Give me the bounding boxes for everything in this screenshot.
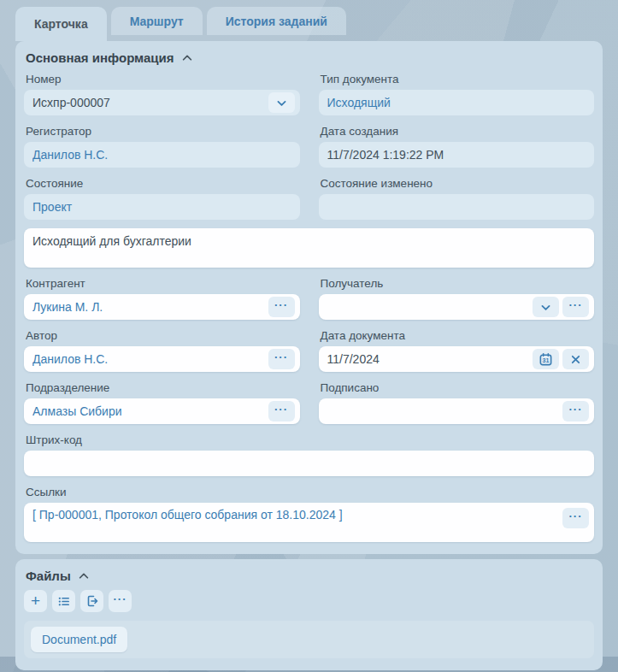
export-file-button[interactable]: [80, 590, 103, 612]
recipient-lookup-button[interactable]: ···: [562, 297, 589, 317]
tab-task-history[interactable]: История заданий: [207, 7, 346, 35]
ellipsis-icon: ···: [569, 404, 583, 420]
recipient-field[interactable]: ···: [319, 294, 595, 320]
signed-lookup-button[interactable]: ···: [562, 401, 589, 421]
department-lookup-button[interactable]: ···: [268, 401, 295, 421]
links-value: [ Пр-000001, Протокол общего собрания от…: [32, 508, 559, 522]
add-file-button[interactable]: +: [24, 590, 47, 612]
calendar-picker-button[interactable]: 31: [533, 349, 559, 369]
signed-label: Подписано: [319, 379, 595, 398]
file-list: Document.pdf: [24, 621, 594, 658]
registrar-value: Данилов Н.С.: [32, 148, 295, 162]
counterparty-lookup-button[interactable]: ···: [268, 297, 295, 317]
department-value: Алмазы Сибири: [32, 404, 265, 418]
created-date-value: 11/7/2024 1:19:22 PM: [327, 148, 590, 162]
export-icon: [85, 594, 99, 608]
chevron-down-icon: [276, 97, 287, 109]
counterparty-field[interactable]: Лукина М. Л. ···: [24, 294, 300, 320]
document-date-label: Дата документа: [319, 327, 595, 346]
ellipsis-icon: ···: [274, 404, 288, 420]
links-lookup-button[interactable]: ···: [562, 508, 589, 528]
list-icon: [57, 595, 70, 608]
author-value: Данилов Н.С.: [32, 352, 265, 366]
department-field[interactable]: Алмазы Сибири ···: [24, 398, 300, 424]
signed-field[interactable]: ···: [319, 398, 595, 424]
number-dropdown-button[interactable]: [268, 92, 295, 113]
close-icon: [570, 354, 581, 365]
doc-type-label: Тип документа: [319, 70, 595, 90]
document-date-clear-button[interactable]: [562, 349, 589, 369]
registrar-field[interactable]: Данилов Н.С.: [24, 142, 300, 168]
number-label: Номер: [24, 70, 300, 90]
state-field[interactable]: Проект: [24, 194, 300, 220]
section-title-main: Основная информация: [26, 50, 174, 65]
author-label: Автор: [24, 327, 300, 346]
files-toolbar: + ···: [24, 588, 594, 614]
plus-icon: +: [31, 592, 40, 609]
files-more-button[interactable]: ···: [109, 590, 132, 612]
doc-type-field[interactable]: Исходящий: [319, 90, 595, 115]
file-chip[interactable]: Document.pdf: [31, 627, 127, 652]
files-panel: Файлы + ··: [15, 559, 603, 670]
svg-text:31: 31: [543, 357, 550, 364]
tab-card[interactable]: Карточка: [15, 7, 107, 41]
ellipsis-icon: ···: [569, 299, 583, 315]
state-value: Проект: [32, 200, 295, 214]
tab-bar: Карточка Маршрут История заданий: [0, 0, 618, 41]
registrar-label: Регистратор: [24, 122, 300, 142]
calendar-icon: 31: [539, 352, 553, 367]
links-field[interactable]: [ Пр-000001, Протокол общего собрания от…: [24, 503, 594, 542]
counterparty-value: Лукина М. Л.: [32, 300, 265, 314]
ellipsis-icon: ···: [569, 510, 583, 527]
barcode-label: Штрих-код: [24, 431, 594, 451]
ellipsis-icon: ···: [274, 351, 288, 368]
main-info-panel: Основная информация Номер Исхпр-000007 Т…: [15, 41, 603, 554]
number-value: Исхпр-000007: [32, 96, 265, 109]
created-date-field[interactable]: 11/7/2024 1:19:22 PM: [319, 142, 595, 168]
ellipsis-icon: ···: [114, 593, 127, 610]
document-date-field[interactable]: 11/7/2024 31: [319, 346, 595, 372]
collapse-main-icon[interactable]: [181, 52, 193, 64]
collapse-files-icon[interactable]: [78, 570, 90, 582]
links-label: Ссылки: [24, 483, 594, 503]
section-title-files: Файлы: [26, 569, 71, 583]
description-value: Исходящий для бухгалтерии: [32, 234, 589, 248]
file-list-button[interactable]: [52, 590, 75, 612]
barcode-field[interactable]: [24, 451, 594, 476]
chevron-down-icon: [540, 302, 551, 313]
recipient-label: Получатель: [319, 274, 595, 294]
created-date-label: Дата создания: [319, 122, 595, 142]
state-changed-field[interactable]: [319, 194, 595, 220]
recipient-dropdown-button[interactable]: [533, 297, 559, 317]
tab-route[interactable]: Маршрут: [111, 7, 203, 35]
state-label: Состояние: [24, 174, 300, 194]
doc-type-value: Исходящий: [327, 96, 590, 109]
document-date-value: 11/7/2024: [327, 352, 530, 366]
number-field[interactable]: Исхпр-000007: [24, 90, 300, 115]
description-textarea[interactable]: Исходящий для бухгалтерии: [24, 228, 594, 268]
author-lookup-button[interactable]: ···: [268, 349, 295, 369]
author-field[interactable]: Данилов Н.С. ···: [24, 346, 300, 372]
counterparty-label: Контрагент: [24, 274, 300, 294]
department-label: Подразделение: [24, 379, 300, 398]
ellipsis-icon: ···: [274, 299, 288, 315]
state-changed-label: Состояние изменено: [319, 174, 595, 194]
